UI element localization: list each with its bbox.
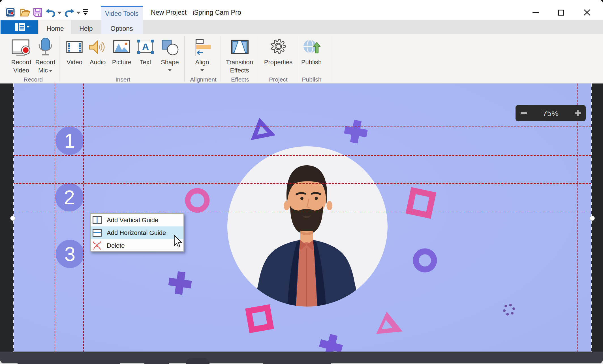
- svg-text:A: A: [142, 41, 149, 52]
- svg-text:1: 1: [64, 130, 75, 152]
- svg-text:3: 3: [65, 243, 76, 265]
- svg-text:2: 2: [64, 187, 75, 209]
